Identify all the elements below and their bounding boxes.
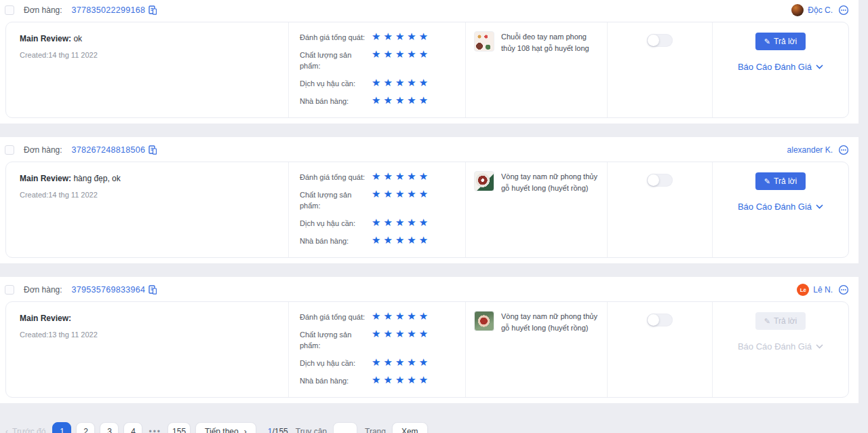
product-name: Chuỗi đeo tay nam phong thủy 108 hạt gỗ … [501, 31, 599, 54]
reply-button[interactable]: ✎Trả lời [755, 172, 806, 190]
rating-label: Chất lượng sản phẩm: [300, 189, 368, 212]
chat-icon[interactable] [838, 145, 849, 155]
pen-icon: ✎ [764, 317, 770, 326]
star-rating: ★★★★★ [372, 171, 431, 183]
row-header: Đơn hàng: 379535769833964 Lê Lê N. [0, 281, 859, 299]
review-row-group: Đơn hàng: 379535769833964 Lê Lê N. Main … [0, 277, 859, 403]
rating-label: Dịch vụ hậu cần: [300, 77, 368, 90]
created-label: Created: [20, 51, 48, 59]
buyer-avatar: Lê [797, 284, 809, 296]
copy-icon[interactable] [149, 145, 157, 155]
chat-icon[interactable] [838, 5, 849, 16]
page-button-last[interactable]: 155 [167, 422, 191, 433]
report-review-link[interactable]: Báo Cáo Đánh Giá [738, 202, 823, 212]
product-column: Vòng tay nam nữ phong thủy gỗ huyết long… [466, 302, 608, 397]
page-button-4[interactable]: 4 [123, 422, 142, 433]
star-rating: ★★★★★ [372, 235, 431, 247]
page-indicator: 1/155 [268, 427, 288, 433]
visibility-toggle[interactable] [647, 34, 673, 47]
reply-button[interactable]: ✎Trả lời [755, 33, 806, 50]
ratings-column: Đánh giá tổng quát:★★★★★ Chất lượng sản … [289, 22, 466, 117]
created-label: Created: [20, 191, 48, 199]
report-review-link[interactable]: Báo Cáo Đánh Giá [738, 62, 823, 72]
row-checkbox[interactable] [5, 145, 14, 155]
order-id-link[interactable]: 379535769833964 [72, 285, 146, 295]
reply-button-label: Trả lời [774, 316, 797, 326]
toggle-knob [648, 314, 659, 326]
page-button-2[interactable]: 2 [76, 422, 95, 433]
review-column: Main Review: Created:13 thg 11 2022 [6, 302, 289, 397]
rating-label: Nhà bán hàng: [300, 235, 368, 247]
order-label: Đơn hàng: [24, 285, 62, 295]
actions-column: ✎Trả lời Báo Cáo Đánh Giá [713, 302, 848, 397]
copy-icon[interactable] [149, 5, 157, 15]
star-rating: ★★★★★ [372, 189, 431, 212]
buyer-name-link[interactable]: alexander K. [787, 145, 833, 155]
review-row-group: Đơn hàng: 377835022299168 Độc C. Main Re… [0, 0, 859, 124]
review-card: Main Review: ok Created:14 thg 11 2022 Đ… [5, 22, 849, 118]
buyer-name-link[interactable]: Độc C. [808, 5, 833, 15]
page-button-3[interactable]: 3 [100, 422, 119, 433]
chevron-down-icon [816, 64, 823, 69]
toggle-knob [648, 174, 659, 186]
ratings-column: Đánh giá tổng quát:★★★★★ Chất lượng sản … [289, 302, 466, 397]
actions-column: ✎Trả lời Báo Cáo Đánh Giá [713, 22, 848, 117]
row-header: Đơn hàng: 378267248818506 alexander K. [0, 141, 859, 159]
product-name: Vòng tay nam nữ phong thủy gỗ huyết long… [501, 311, 599, 334]
review-column: Main Review: ok Created:14 thg 11 2022 [6, 22, 289, 117]
pagination-bar: ‹Trước đó 1 2 3 4 ••• 155 Tiếp theo› 1/1… [0, 417, 868, 433]
row-checkbox[interactable] [5, 5, 14, 15]
main-review-label: Main Review: [20, 174, 71, 183]
toggle-knob [648, 35, 659, 46]
main-review-label: Main Review: [20, 314, 71, 323]
page-number-input[interactable] [333, 422, 357, 433]
chevron-down-icon [816, 204, 823, 209]
created-date: 14 thg 11 2022 [48, 51, 98, 59]
chevron-right-icon: › [244, 427, 247, 433]
rating-label: Đánh giá tổng quát: [300, 31, 368, 43]
review-text: hàng đẹp, ok [73, 174, 120, 183]
product-image [474, 31, 494, 52]
pages-ellipsis: ••• [147, 427, 163, 433]
review-card: Main Review: hàng đẹp, ok Created:14 thg… [5, 162, 849, 258]
star-rating: ★★★★★ [372, 95, 431, 107]
star-rating: ★★★★★ [372, 49, 431, 72]
report-review-link-disabled: Báo Cáo Đánh Giá [738, 341, 823, 352]
chevron-left-icon: ‹ [5, 427, 8, 433]
row-checkbox[interactable] [5, 285, 14, 295]
buyer-name-link[interactable]: Lê N. [813, 285, 833, 295]
page-button-1[interactable]: 1 [52, 422, 71, 433]
copy-icon[interactable] [149, 285, 157, 295]
chat-icon[interactable] [838, 284, 849, 295]
order-id-link[interactable]: 378267248818506 [72, 145, 146, 155]
star-rating: ★★★★★ [372, 375, 431, 387]
product-column: Vòng tay nam nữ phong thủy gỗ huyết long… [466, 162, 608, 257]
toggle-column [608, 302, 713, 397]
goto-label: Truy cập [296, 427, 327, 433]
rating-label: Nhà bán hàng: [300, 95, 368, 107]
star-rating: ★★★★★ [372, 217, 431, 229]
product-name: Vòng tay nam nữ phong thủy gỗ huyết long… [501, 171, 599, 194]
rating-label: Dịch vụ hậu cần: [300, 217, 368, 229]
visibility-toggle[interactable] [647, 314, 673, 326]
next-page-button[interactable]: Tiếp theo› [195, 422, 256, 433]
row-header: Đơn hàng: 377835022299168 Độc C. [0, 1, 859, 19]
previous-page-button: ‹Trước đó [5, 427, 45, 433]
actions-column: ✎Trả lời Báo Cáo Đánh Giá [713, 162, 848, 257]
toggle-column [608, 22, 713, 117]
visibility-toggle[interactable] [647, 174, 673, 187]
created-date: 14 thg 11 2022 [48, 191, 98, 199]
rating-label: Đánh giá tổng quát: [300, 311, 368, 323]
order-id-link[interactable]: 377835022299168 [72, 5, 146, 15]
main-review-label: Main Review: [20, 34, 71, 43]
rating-label: Dịch vụ hậu cần: [300, 357, 368, 369]
pen-icon: ✎ [764, 177, 770, 186]
created-date: 13 thg 11 2022 [48, 331, 98, 339]
review-row-group: Đơn hàng: 378267248818506 alexander K. M… [0, 137, 859, 263]
view-page-button[interactable]: Xem [392, 422, 428, 433]
review-card: Main Review: Created:13 thg 11 2022 Đánh… [5, 301, 849, 398]
rating-label: Chất lượng sản phẩm: [300, 49, 368, 72]
chevron-down-icon [816, 344, 823, 349]
product-image [474, 171, 494, 191]
rating-label: Nhà bán hàng: [300, 375, 368, 387]
